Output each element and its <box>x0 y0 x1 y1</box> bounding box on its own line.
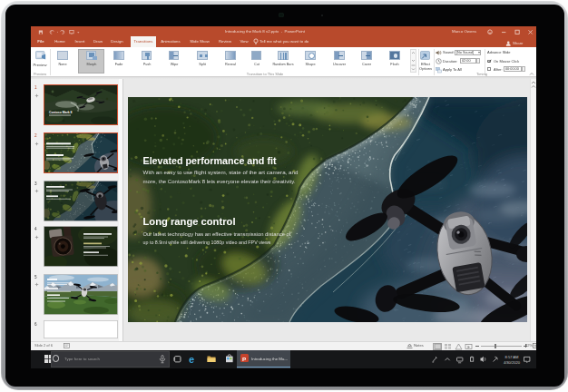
svg-text:Elevated performance and fit: Elevated performance and fit <box>142 155 276 166</box>
svg-text:Long range control: Long range control <box>142 216 235 227</box>
svg-text:up to 8.9mi while still delive: up to 8.9mi while still delivering 1080p… <box>142 240 270 245</box>
svg-text:8:57 AM: 8:57 AM <box>504 355 519 359</box>
svg-text:Contoso Mark 8: Contoso Mark 8 <box>49 111 73 114</box>
svg-text:Our latest technology has an e: Our latest technology has an effective t… <box>142 231 291 237</box>
svg-text:more, the ContosoMark 8 lets e: more, the ContosoMark 8 lets everyone el… <box>142 179 295 184</box>
svg-text:4/30/2020: 4/30/2020 <box>504 360 521 365</box>
svg-text:With an easy to use flight sys: With an easy to use flight system, state… <box>142 170 298 175</box>
